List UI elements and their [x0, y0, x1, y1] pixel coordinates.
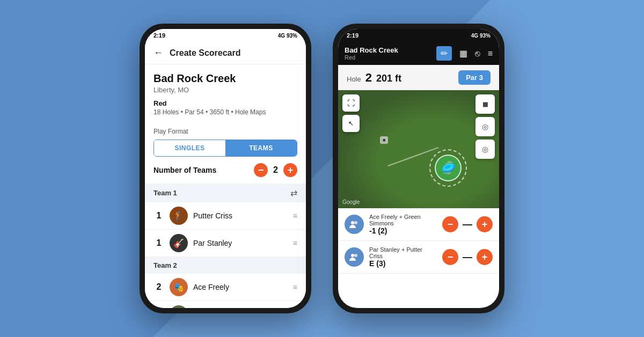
signal-right: 4G [471, 33, 478, 39]
avatar-par-stanley: 🎸 [170, 234, 188, 252]
singles-tab[interactable]: SINGLES [154, 140, 225, 156]
layers-button[interactable]: ▦ [475, 94, 495, 114]
player-row: 2 🎤 Green Simmons ≡ [145, 301, 306, 308]
map-area: ⛶ ↖ ▦ ◎ ◎ 🥏 [338, 90, 499, 208]
score-info-2: Par Stanley + Putter Criss E (3) [369, 246, 437, 268]
play-format-toggle: SINGLES TEAMS [153, 140, 297, 157]
drag-handle[interactable]: ≡ [293, 283, 297, 291]
time-left: 2:19 [153, 32, 165, 39]
hole-distance: 201 ft [376, 73, 401, 84]
player-row: 1 🏌 Putter Criss ≡ [145, 202, 306, 230]
score-team-names-2: Par Stanley + Putter Criss [369, 246, 437, 259]
score-minus-2[interactable]: − [442, 249, 458, 265]
disc-pin: 🥏 [441, 161, 456, 175]
left-phone: 2:19 4G 93% ← Create Scorecard Bad Rock … [140, 24, 311, 313]
google-label: Google [342, 199, 360, 205]
map-controls-left: ⛶ ↖ [342, 94, 360, 132]
right-phone: 2:19 4G 93% Bad Rock Creek Red ✏ ▦ ⎋ ≡ [333, 24, 504, 313]
hole-label: Hole [347, 75, 361, 83]
map-controls-right: ▦ ◎ ◎ [475, 94, 495, 159]
cursor-button[interactable]: ↖ [342, 115, 360, 132]
status-icons-left: 4G 93% [278, 33, 297, 39]
status-bar-right: 2:19 4G 93% [338, 29, 499, 42]
player-num: 1 [153, 238, 164, 248]
team1-title: Team 1 [153, 189, 177, 197]
course-name: Bad Rock Creek [153, 72, 297, 85]
score-controls-2: − — + [442, 249, 493, 265]
fullscreen-button[interactable]: ⛶ [342, 94, 360, 112]
team-icon-2 [345, 247, 364, 267]
play-format-section: Play Format SINGLES TEAMS [145, 121, 306, 157]
header-title: Create Scorecard [170, 48, 241, 58]
score-panel-1: Ace Freely + Green Simmons -1 (2) − — + [338, 208, 499, 241]
circle-target-btn1[interactable]: ◎ [475, 117, 495, 136]
pencil-icon[interactable]: ✏ [436, 46, 452, 61]
distance-marker: ■ [380, 136, 388, 144]
num-teams-value: 2 [273, 165, 278, 175]
score-plus-2[interactable]: + [477, 249, 493, 265]
target-marker: 🥏 [429, 149, 467, 187]
shuffle-icon[interactable]: ⇄ [290, 188, 297, 198]
par-badge[interactable]: Par 3 [458, 70, 491, 85]
map-header-icons: ✏ ▦ ⎋ ≡ [436, 46, 493, 61]
svg-point-1 [354, 221, 357, 224]
play-format-label: Play Format [153, 128, 297, 135]
map-header-course: Bad Rock Creek [345, 46, 398, 54]
player-num: 1 [153, 211, 164, 221]
aerial-view [338, 90, 499, 208]
minus-teams-button[interactable]: − [254, 163, 268, 177]
plus-teams-button[interactable]: + [283, 163, 297, 177]
map-header-left: Bad Rock Creek Red [345, 46, 398, 61]
player-row: 1 🎸 Par Stanley ≡ [145, 230, 306, 257]
drag-handle[interactable]: ≡ [293, 211, 297, 220]
score-dash-2: — [463, 252, 472, 263]
teams-tab[interactable]: TEAMS [225, 140, 297, 156]
svg-point-2 [351, 254, 354, 257]
score-team-names-1: Ace Freely + Green Simmons [369, 214, 437, 226]
left-phone-screen: 2:19 4G 93% ← Create Scorecard Bad Rock … [145, 29, 306, 308]
avatar-green-simmons: 🎤 [170, 305, 188, 308]
course-info: Bad Rock Creek Liberty, MO Red 18 Holes … [145, 64, 306, 121]
hole-info-left: Hole 2 201 ft [347, 71, 401, 85]
avatar-putter-criss: 🏌 [170, 207, 188, 225]
player-num: 2 [153, 282, 164, 292]
back-button[interactable]: ← [153, 47, 163, 58]
score-dash-1: — [463, 219, 472, 230]
avatar-ace-freely: 🎭 [170, 278, 188, 296]
status-icons-right: 4G 93% [471, 33, 491, 39]
battery-left: 93% [287, 33, 297, 39]
hole-info-bar: Hole 2 201 ft Par 3 [338, 65, 499, 90]
grid-view-icon[interactable]: ▦ [459, 48, 467, 58]
score-value-2: E (3) [369, 259, 437, 268]
target-inner-circle: 🥏 [435, 155, 462, 181]
score-value-1: -1 (2) [369, 226, 437, 235]
drag-handle[interactable]: ≡ [293, 239, 297, 247]
score-info-1: Ace Freely + Green Simmons -1 (2) [369, 214, 437, 235]
team2-header: Team 2 [145, 257, 306, 274]
signal-left: 4G [278, 33, 285, 39]
team-icon-1 [345, 215, 364, 234]
map-header: Bad Rock Creek Red ✏ ▦ ⎋ ≡ [338, 42, 499, 65]
screen-header-left: ← Create Scorecard [145, 42, 306, 64]
player-name-par: Par Stanley [193, 239, 293, 247]
player-name-ace: Ace Freely [193, 283, 293, 291]
svg-point-0 [351, 221, 354, 224]
share-icon[interactable]: ⎋ [475, 49, 480, 58]
svg-point-3 [354, 254, 357, 257]
score-minus-1[interactable]: − [442, 216, 458, 232]
score-plus-1[interactable]: + [477, 216, 493, 232]
time-right: 2:19 [347, 32, 358, 39]
num-teams-label: Number of Teams [153, 166, 216, 174]
course-tee: Red [153, 99, 297, 107]
course-location: Liberty, MO [153, 86, 297, 94]
team1-header: Team 1 ⇄ [145, 184, 306, 202]
hole-number: 2 [365, 71, 372, 85]
right-phone-screen: 2:19 4G 93% Bad Rock Creek Red ✏ ▦ ⎋ ≡ [338, 29, 499, 308]
menu-icon[interactable]: ≡ [488, 49, 493, 58]
course-details: 18 Holes • Par 54 • 3650 ft • Hole Maps [153, 108, 297, 116]
circle-target-btn2[interactable]: ◎ [475, 140, 495, 159]
num-teams-row: Number of Teams − 2 + [145, 157, 306, 184]
battery-right: 93% [480, 33, 491, 39]
player-row: 2 🎭 Ace Freely ≡ [145, 274, 306, 301]
team2-title: Team 2 [153, 261, 177, 269]
